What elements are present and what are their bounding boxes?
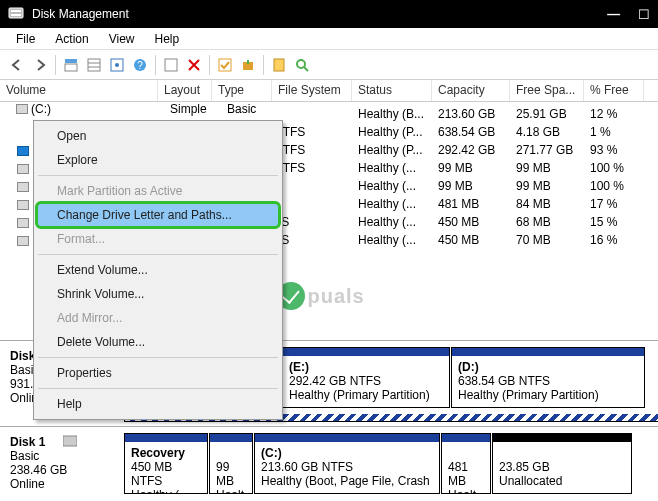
ctx-add-mirror: Add Mirror...: [37, 306, 279, 330]
partition[interactable]: 99 MBHealt: [209, 433, 253, 494]
col-freespace[interactable]: Free Spa...: [510, 80, 584, 101]
partition-c[interactable]: (C:)213.60 GB NTFSHealthy (Boot, Page Fi…: [254, 433, 440, 494]
volume-icon: [17, 200, 29, 210]
ctx-properties[interactable]: Properties: [37, 361, 279, 385]
menu-help[interactable]: Help: [145, 30, 190, 48]
help-icon[interactable]: ?: [129, 54, 151, 76]
svg-text:?: ?: [137, 60, 143, 71]
table-row[interactable]: (C:) Simple Basic: [16, 102, 287, 116]
col-type[interactable]: Type: [212, 80, 272, 101]
partition[interactable]: 481 MBHealt: [441, 433, 491, 494]
menu-file[interactable]: File: [6, 30, 45, 48]
window-title: Disk Management: [32, 7, 129, 21]
ctx-delete-volume[interactable]: Delete Volume...: [37, 330, 279, 354]
svg-rect-19: [63, 436, 77, 446]
menu-action[interactable]: Action: [45, 30, 98, 48]
partition-unallocated[interactable]: 23.85 GBUnallocated: [492, 433, 632, 494]
forward-button[interactable]: [29, 54, 51, 76]
minimize-button[interactable]: ─: [607, 4, 620, 25]
svg-rect-12: [165, 59, 177, 71]
back-button[interactable]: [6, 54, 28, 76]
cell-volume: (C:): [31, 102, 167, 116]
search-icon[interactable]: [291, 54, 313, 76]
ctx-explore[interactable]: Explore: [37, 148, 279, 172]
maximize-button[interactable]: ☐: [638, 7, 650, 22]
volume-icon: [17, 182, 29, 192]
toolbar: ?: [0, 50, 658, 80]
volume-icon: [17, 164, 29, 174]
col-status[interactable]: Status: [352, 80, 432, 101]
svg-rect-0: [9, 8, 23, 18]
menubar: File Action View Help: [0, 28, 658, 50]
disk-management-icon: [8, 5, 24, 24]
col-filesystem[interactable]: File System: [272, 80, 352, 101]
disk1-row: Disk 1 Basic 238.46 GB Online Recovery45…: [0, 426, 658, 500]
disk1-header[interactable]: Disk 1 Basic 238.46 GB Online: [0, 427, 124, 500]
svg-rect-3: [65, 59, 77, 63]
cell-type: Basic: [227, 102, 287, 116]
ctx-format: Format...: [37, 227, 279, 251]
volume-table-body: Healthy (B...213.60 GB25.91 GB12 % Healt…: [352, 106, 644, 250]
svg-line-17: [304, 67, 308, 71]
table-row[interactable]: Healthy (P...638.54 GB4.18 GB1 %: [352, 124, 644, 142]
table-row[interactable]: Healthy (...450 MB68 MB15 %: [352, 214, 644, 232]
volume-icon: [16, 104, 28, 114]
ctx-change-drive-letter[interactable]: Change Drive Letter and Paths...: [37, 203, 279, 227]
col-capacity[interactable]: Capacity: [432, 80, 510, 101]
ctx-mark-active: Mark Partition as Active: [37, 179, 279, 203]
partition-e[interactable]: (E:)292.42 GB NTFSHealthy (Primary Parti…: [282, 347, 450, 408]
col-volume[interactable]: Volume: [0, 80, 158, 101]
layout-list-icon[interactable]: [83, 54, 105, 76]
delete-icon[interactable]: [183, 54, 205, 76]
ctx-shrink-volume[interactable]: Shrink Volume...: [37, 282, 279, 306]
table-row[interactable]: Healthy (P...292.42 GB271.77 GB93 %: [352, 142, 644, 160]
ctx-open[interactable]: Open: [37, 124, 279, 148]
properties-icon[interactable]: [268, 54, 290, 76]
cell-layout: Simple: [170, 102, 224, 116]
separator: [38, 254, 278, 255]
refresh-icon[interactable]: [160, 54, 182, 76]
context-menu: Open Explore Mark Partition as Active Ch…: [33, 120, 283, 420]
separator: [38, 388, 278, 389]
table-row[interactable]: Healthy (...99 MB99 MB100 %: [352, 178, 644, 196]
svg-rect-4: [65, 64, 77, 71]
table-row[interactable]: Healthy (...99 MB99 MB100 %: [352, 160, 644, 178]
table-row[interactable]: Healthy (...481 MB84 MB17 %: [352, 196, 644, 214]
svg-point-16: [297, 60, 305, 68]
volume-table-header: Volume Layout Type File System Status Ca…: [0, 80, 658, 102]
svg-point-9: [115, 63, 119, 67]
col-pctfree[interactable]: % Free: [584, 80, 644, 101]
settings-icon[interactable]: [106, 54, 128, 76]
titlebar: Disk Management ─ ☐: [0, 0, 658, 28]
ctx-help[interactable]: Help: [37, 392, 279, 416]
svg-rect-13: [219, 59, 231, 71]
layout-top-icon[interactable]: [60, 54, 82, 76]
table-row[interactable]: Healthy (...450 MB70 MB16 %: [352, 232, 644, 250]
check-icon[interactable]: [214, 54, 236, 76]
svg-rect-2: [11, 14, 21, 16]
volume-icon: [17, 218, 29, 228]
svg-rect-15: [274, 59, 284, 71]
volume-icon: [17, 236, 29, 246]
wizard-icon[interactable]: [237, 54, 259, 76]
col-layout[interactable]: Layout: [158, 80, 212, 101]
svg-rect-5: [88, 59, 100, 71]
partition-recovery[interactable]: Recovery450 MB NTFSHealthy (...: [124, 433, 208, 494]
table-row[interactable]: Healthy (B...213.60 GB25.91 GB12 %: [352, 106, 644, 124]
menu-view[interactable]: View: [99, 30, 145, 48]
separator: [38, 175, 278, 176]
ctx-extend-volume[interactable]: Extend Volume...: [37, 258, 279, 282]
svg-rect-1: [11, 10, 21, 12]
partition-d[interactable]: (D:)638.54 GB NTFSHealthy (Primary Parti…: [451, 347, 645, 408]
separator: [38, 357, 278, 358]
volume-icon-selected: [17, 146, 29, 156]
